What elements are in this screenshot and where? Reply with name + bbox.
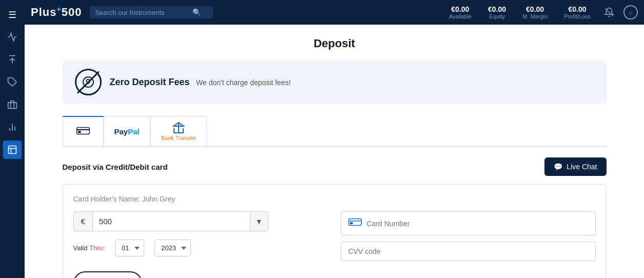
hamburger-menu[interactable]: ☰	[5, 6, 19, 24]
bank-transfer-area: Bank Transfer	[161, 122, 196, 141]
sidebar-item-analytics[interactable]	[3, 118, 22, 136]
page-title: Deposit	[63, 37, 607, 50]
deposit-method-label: Deposit via Credit/Debit card	[63, 163, 168, 171]
stat-profit: €0.00 Profit/Loss	[564, 5, 591, 19]
sidebar-item-deposit[interactable]	[3, 141, 22, 159]
navbar: Plus+500 🔍 €0.00 Available €0.00 Equity …	[25, 0, 644, 25]
stat-equity-value: €0.00	[488, 5, 506, 13]
nav-stats: €0.00 Available €0.00 Equity €0.00 M. Ma…	[449, 5, 591, 19]
live-chat-button[interactable]: 💬 Live Chat	[544, 157, 606, 176]
sidebar-item-chart[interactable]	[3, 28, 22, 46]
zero-fees-sub: We don't charge deposit fees!	[196, 78, 291, 87]
notifications-icon[interactable]	[601, 4, 617, 21]
bank-transfer-label: Bank Transfer	[161, 135, 196, 141]
svg-rect-3	[8, 103, 17, 109]
currency-symbol: €	[74, 212, 93, 231]
amount-group[interactable]: € ▼	[73, 211, 268, 231]
deposit-form: Card Holder's Name: John Grey € ▼	[63, 184, 607, 278]
stat-available-label: Available	[449, 13, 472, 19]
month-select[interactable]: 01 02 03 04 05 06 07 08 09 10 11 12	[115, 240, 144, 256]
zero-fees-text-group: Zero Deposit Fees We don't charge deposi…	[110, 77, 291, 88]
chat-icon: 💬	[554, 163, 562, 171]
amount-row: € ▼	[73, 211, 328, 231]
amount-input[interactable]	[93, 212, 250, 231]
svg-point-9	[83, 77, 93, 87]
stat-profit-value: €0.00	[564, 5, 591, 13]
tab-paypal[interactable]: PayPal	[104, 116, 150, 146]
deposit-button[interactable]: Deposit	[73, 271, 143, 278]
live-chat-label: Live Chat	[567, 163, 597, 171]
deposit-container: Deposit Zero Deposit Fees We don't charg…	[52, 25, 617, 278]
valid-thru-row: Valid Thru: 01 02 03 04 05 06 07 08 09	[73, 240, 328, 256]
search-input[interactable]	[95, 9, 192, 16]
main-content: Deposit Zero Deposit Fees We don't charg…	[25, 25, 644, 278]
stat-margin: €0.00 M. Margin	[522, 5, 548, 19]
zero-fees-icon	[75, 69, 102, 95]
svg-rect-12	[78, 131, 80, 132]
zero-fees-label: Zero Deposit Fees	[110, 77, 190, 87]
stat-margin-label: M. Margin	[522, 13, 548, 19]
sidebar-item-orders[interactable]	[3, 73, 22, 91]
form-left: € ▼ Valid Thru: 01 02 03	[73, 211, 328, 261]
tab-card[interactable]	[63, 116, 104, 146]
logo-text: Plus+500	[31, 5, 82, 19]
card-tab-icon	[76, 126, 90, 138]
stat-margin-value: €0.00	[522, 5, 548, 13]
paypal-logo: PayPal	[114, 127, 140, 136]
search-icon: 🔍	[192, 8, 201, 16]
sidebar-item-positions[interactable]	[3, 50, 22, 69]
bank-transfer-icon	[172, 122, 185, 135]
stat-equity: €0.00 Equity	[488, 5, 506, 19]
form-columns: € ▼ Valid Thru: 01 02 03	[73, 211, 596, 261]
stat-available: €0.00 Available	[449, 5, 472, 19]
deposit-section-header: Deposit via Credit/Debit card 💬 Live Cha…	[63, 157, 607, 176]
zero-fees-banner: Zero Deposit Fees We don't charge deposi…	[63, 61, 607, 104]
card-number-group[interactable]	[341, 211, 596, 235]
valid-thru-label: Valid Thru:	[73, 244, 105, 252]
nav-icons: ○	[601, 4, 638, 21]
svg-rect-7	[9, 146, 16, 154]
sidebar: ☰	[0, 0, 25, 278]
stat-available-value: €0.00	[449, 5, 472, 13]
sidebar-item-portfolio[interactable]	[3, 95, 22, 114]
svg-rect-16	[350, 223, 352, 224]
amount-dropdown-icon[interactable]: ▼	[250, 212, 268, 231]
logo: Plus+500	[31, 5, 82, 19]
form-right	[341, 211, 596, 261]
card-chip-icon	[348, 217, 362, 230]
stat-profit-label: Profit/Loss	[564, 13, 591, 19]
search-box[interactable]: 🔍	[90, 6, 213, 18]
cvv-input[interactable]	[341, 242, 596, 261]
year-select[interactable]: 2023 2024 2025 2026 2027 2028	[154, 240, 191, 256]
card-number-input[interactable]	[367, 220, 588, 228]
cardholder-name-placeholder: Card Holder's Name: John Grey	[73, 195, 596, 203]
stat-equity-label: Equity	[488, 13, 506, 19]
tab-bank-transfer[interactable]: Bank Transfer	[150, 116, 207, 146]
payment-tabs: PayPal Bank Transfer	[63, 116, 607, 147]
account-icon[interactable]: ○	[623, 5, 638, 19]
